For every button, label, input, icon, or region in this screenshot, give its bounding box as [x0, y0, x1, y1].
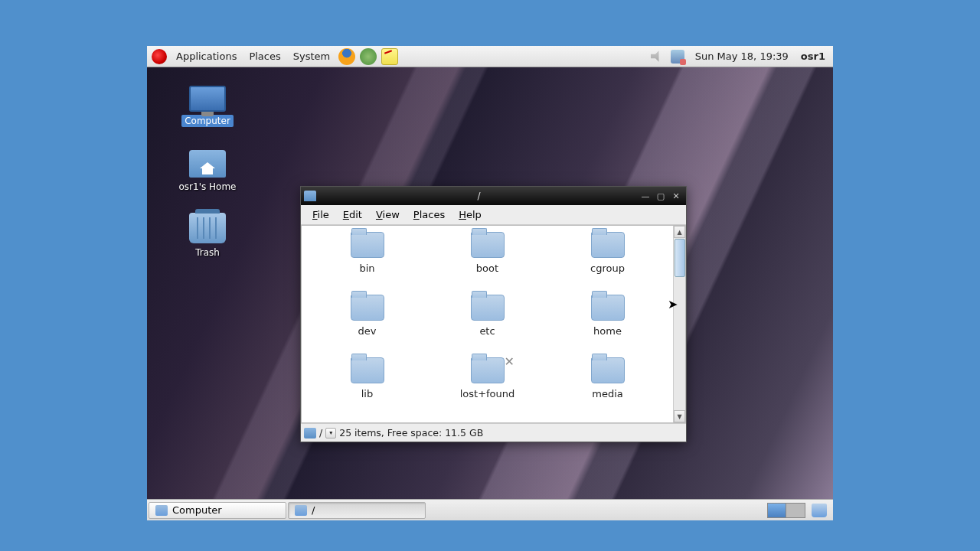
- distro-logo-icon[interactable]: [152, 49, 167, 64]
- folder-icon: [471, 295, 505, 321]
- folder-lost-found[interactable]: lost+found: [431, 357, 544, 417]
- location-folder-icon[interactable]: [304, 428, 316, 439]
- folder-label: lib: [361, 388, 373, 399]
- menu-places[interactable]: Places: [407, 207, 452, 222]
- location-dropdown-button[interactable]: ▾: [325, 428, 336, 439]
- folder-icon: [591, 295, 625, 321]
- folder-media[interactable]: media: [551, 357, 664, 417]
- window-close-button[interactable]: ✕: [669, 190, 683, 202]
- desktop-icon-label: osr1's Home: [176, 181, 240, 193]
- menu-applications[interactable]: Applications: [170, 46, 243, 67]
- computer-icon: [189, 86, 226, 112]
- desktop-icon-label: Computer: [181, 115, 234, 127]
- desktop[interactable]: Computer osr1's Home Trash / — ▢ ✕ File …: [147, 67, 833, 499]
- bottom-panel: Computer /: [147, 499, 833, 520]
- panel-trash-icon[interactable]: [812, 504, 827, 517]
- folder-label: home: [593, 325, 622, 337]
- menu-help[interactable]: Help: [452, 207, 488, 222]
- desktop-home-icon[interactable]: osr1's Home: [173, 150, 242, 193]
- firefox-launcher-icon[interactable]: [338, 48, 355, 65]
- icon-view[interactable]: binbootcgroupdevetchomeliblost+foundmedi…: [302, 226, 673, 422]
- location-path[interactable]: /: [319, 427, 322, 439]
- folder-dev[interactable]: dev: [311, 295, 423, 354]
- folder-boot[interactable]: boot: [431, 232, 544, 292]
- network-icon[interactable]: [671, 50, 684, 64]
- scroll-thumb[interactable]: [675, 239, 685, 277]
- user-menu[interactable]: osr1: [796, 51, 833, 62]
- taskbar-entry-filemanager[interactable]: /: [288, 502, 426, 519]
- status-bar: / ▾ 25 items, Free space: 11.5 GB: [301, 423, 686, 442]
- folder-label: lost+found: [460, 388, 515, 399]
- folder-label: dev: [358, 325, 377, 337]
- notes-launcher-icon[interactable]: [381, 48, 398, 65]
- task-label: Computer: [172, 504, 222, 516]
- folder-cgroup[interactable]: cgroup: [551, 232, 664, 292]
- menu-file[interactable]: File: [305, 207, 336, 222]
- folder-label: cgroup: [590, 262, 625, 274]
- status-text: 25 items, Free space: 11.5 GB: [339, 427, 483, 439]
- menu-view[interactable]: View: [369, 207, 407, 222]
- folder-label: bin: [359, 262, 374, 274]
- workspace-1[interactable]: [768, 504, 786, 517]
- folder-home[interactable]: home: [551, 295, 664, 354]
- window-title: /: [321, 191, 637, 201]
- window-titlebar[interactable]: / — ▢ ✕: [301, 187, 686, 205]
- folder-icon: [351, 357, 384, 383]
- folder-bin[interactable]: bin: [311, 232, 423, 292]
- taskbar-entry-computer[interactable]: Computer: [149, 502, 286, 519]
- file-manager-menubar: File Edit View Places Help: [301, 205, 686, 225]
- scroll-up-button[interactable]: ▲: [674, 226, 685, 238]
- folder-label: media: [592, 388, 623, 399]
- task-folder-icon: [295, 505, 307, 516]
- file-manager-window: / — ▢ ✕ File Edit View Places Help binbo…: [300, 186, 687, 442]
- vertical-scrollbar[interactable]: ▲ ▼: [673, 226, 685, 422]
- clock[interactable]: Sun May 18, 19:39: [688, 51, 796, 62]
- menu-system[interactable]: System: [287, 46, 336, 67]
- volume-icon[interactable]: [651, 50, 665, 64]
- window-folder-icon: [304, 191, 316, 201]
- scroll-down-button[interactable]: ▼: [674, 410, 685, 422]
- folder-icon: [351, 295, 384, 321]
- task-computer-icon: [155, 505, 168, 516]
- desktop-trash-icon[interactable]: Trash: [173, 213, 242, 259]
- trash-icon: [189, 213, 226, 243]
- top-panel: Applications Places System Sun May 18, 1…: [147, 46, 833, 67]
- desktop-icon-label: Trash: [192, 246, 223, 259]
- task-label: /: [312, 504, 315, 516]
- folder-label: boot: [476, 262, 498, 274]
- window-minimize-button[interactable]: —: [639, 190, 652, 202]
- folder-lib[interactable]: lib: [311, 357, 423, 417]
- desktop-computer-icon[interactable]: Computer: [173, 86, 242, 127]
- folder-label: etc: [479, 325, 495, 337]
- folder-icon: [471, 232, 505, 258]
- folder-etc[interactable]: etc: [431, 295, 544, 354]
- folder-icon: [351, 232, 384, 258]
- workspace-2[interactable]: [786, 504, 805, 517]
- menu-edit[interactable]: Edit: [336, 207, 369, 222]
- menu-places[interactable]: Places: [243, 46, 286, 67]
- folder-icon: [591, 232, 625, 258]
- home-folder-icon: [189, 150, 226, 178]
- window-maximize-button[interactable]: ▢: [654, 190, 668, 202]
- browser-launcher-icon[interactable]: [360, 48, 377, 65]
- folder-icon: [591, 357, 625, 383]
- folder-icon: [471, 357, 505, 383]
- workspace-switcher[interactable]: [767, 503, 805, 518]
- scroll-track[interactable]: [674, 278, 685, 410]
